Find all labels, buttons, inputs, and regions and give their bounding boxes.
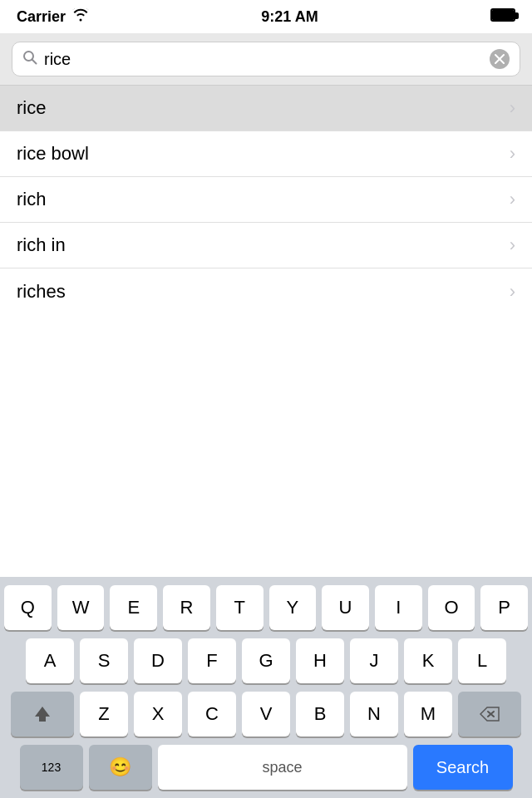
key-u[interactable]: U xyxy=(322,585,369,630)
status-left: Carrier xyxy=(17,8,89,26)
key-y[interactable]: Y xyxy=(269,585,317,630)
key-c[interactable]: C xyxy=(188,692,236,736)
emoji-key[interactable]: 😊 xyxy=(89,745,152,790)
key-b[interactable]: B xyxy=(296,692,344,736)
chevron-icon: › xyxy=(510,234,515,256)
battery-indicator xyxy=(490,8,515,26)
key-v[interactable]: V xyxy=(242,692,290,736)
search-key[interactable]: Search xyxy=(413,745,513,790)
suggestion-text: rice xyxy=(17,97,46,119)
key-l[interactable]: L xyxy=(458,638,506,683)
key-t[interactable]: T xyxy=(216,585,264,630)
key-p[interactable]: P xyxy=(480,585,528,630)
backspace-key[interactable] xyxy=(458,692,521,736)
keyboard-row-1: Q W E R T Y U I O P xyxy=(4,585,528,630)
suggestion-item[interactable]: rich › xyxy=(0,177,532,223)
carrier-label: Carrier xyxy=(17,8,66,26)
search-icon xyxy=(22,50,37,69)
suggestion-item[interactable]: riches › xyxy=(0,268,532,314)
keyboard-row-2: A S D F G H J K L xyxy=(4,638,528,683)
key-q[interactable]: Q xyxy=(4,585,52,630)
keyboard-bottom-row: 123 😊 space Search xyxy=(4,745,528,790)
key-j[interactable]: J xyxy=(350,638,398,683)
suggestion-text: riches xyxy=(17,281,66,303)
suggestion-text: rice bowl xyxy=(17,143,89,165)
chevron-icon: › xyxy=(510,97,515,119)
space-key[interactable]: space xyxy=(158,745,407,790)
key-r[interactable]: R xyxy=(163,585,210,630)
suggestion-item[interactable]: rice › xyxy=(0,86,532,131)
svg-line-1 xyxy=(32,59,37,63)
clear-button[interactable] xyxy=(490,49,510,69)
keyboard-row-3: Z X C V B N M xyxy=(4,692,528,736)
key-e[interactable]: E xyxy=(110,585,157,630)
key-w[interactable]: W xyxy=(57,585,105,630)
key-z[interactable]: Z xyxy=(80,692,128,736)
chevron-icon: › xyxy=(510,189,515,210)
suggestion-item[interactable]: rich in › xyxy=(0,223,532,268)
key-a[interactable]: A xyxy=(26,638,74,683)
chevron-icon: › xyxy=(510,281,515,303)
key-n[interactable]: N xyxy=(350,692,398,736)
search-input-wrapper xyxy=(12,42,520,76)
status-time: 9:21 AM xyxy=(261,8,318,26)
key-m[interactable]: M xyxy=(404,692,452,736)
suggestions-list: rice › rice bowl › rich › rich in › rich… xyxy=(0,86,532,314)
key-k[interactable]: K xyxy=(404,638,452,683)
search-bar xyxy=(0,33,532,86)
suggestion-text: rich in xyxy=(17,234,66,256)
keyboard: Q W E R T Y U I O P A S D F G H J K L Z … xyxy=(0,577,532,798)
key-d[interactable]: D xyxy=(134,638,182,683)
key-h[interactable]: H xyxy=(296,638,344,683)
wifi-icon xyxy=(72,8,89,25)
status-bar: Carrier 9:21 AM xyxy=(0,0,532,33)
suggestion-text: rich xyxy=(17,189,46,210)
key-s[interactable]: S xyxy=(80,638,128,683)
suggestion-item[interactable]: rice bowl › xyxy=(0,131,532,177)
shift-key[interactable] xyxy=(11,692,74,736)
key-o[interactable]: O xyxy=(428,585,475,630)
svg-marker-4 xyxy=(35,707,50,722)
key-x[interactable]: X xyxy=(134,692,182,736)
search-input[interactable] xyxy=(44,50,490,69)
key-f[interactable]: F xyxy=(188,638,236,683)
chevron-icon: › xyxy=(510,143,515,165)
numbers-key[interactable]: 123 xyxy=(20,745,83,790)
key-g[interactable]: G xyxy=(242,638,290,683)
key-i[interactable]: I xyxy=(375,585,422,630)
